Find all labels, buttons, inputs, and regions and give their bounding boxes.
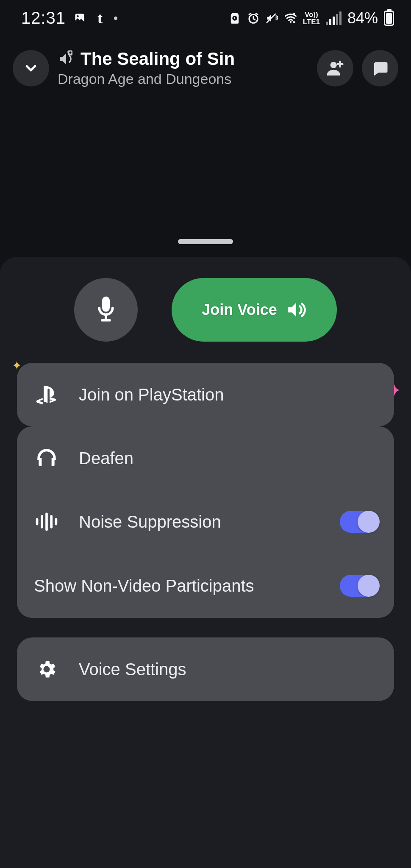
add-user-icon bbox=[325, 58, 345, 78]
mute-mic-button[interactable] bbox=[74, 278, 138, 342]
add-user-button[interactable] bbox=[317, 50, 353, 86]
voice-settings-label: Voice Settings bbox=[79, 660, 377, 679]
microphone-icon bbox=[94, 295, 117, 325]
show-non-video-toggle[interactable] bbox=[340, 575, 377, 597]
playstation-icon bbox=[34, 382, 59, 407]
svg-point-4 bbox=[289, 21, 292, 23]
join-voice-button[interactable]: Join Voice bbox=[172, 278, 337, 342]
chat-button[interactable] bbox=[362, 50, 398, 86]
noise-suppression-toggle[interactable] bbox=[340, 511, 377, 533]
lte-label: LTE1 bbox=[303, 18, 320, 25]
noise-suppression-row[interactable]: Noise Suppression bbox=[17, 490, 394, 554]
image-notification-icon bbox=[73, 12, 86, 25]
status-bar: 12:31 t Vo)) LTE1 84% bbox=[0, 0, 411, 32]
join-row: Join Voice bbox=[17, 278, 394, 342]
tumblr-icon: t bbox=[94, 12, 106, 25]
join-playstation-label: Join on PlayStation bbox=[79, 385, 377, 404]
alarm-icon bbox=[247, 12, 260, 25]
battery-percentage: 84% bbox=[347, 9, 378, 27]
refresh-icon bbox=[228, 12, 241, 25]
wifi-icon bbox=[284, 12, 297, 25]
chevron-down-icon bbox=[22, 60, 39, 77]
sheet-drag-handle[interactable] bbox=[178, 239, 233, 244]
battery-icon bbox=[384, 11, 394, 26]
deafen-label: Deafen bbox=[79, 449, 377, 468]
status-left: 12:31 t bbox=[21, 8, 117, 28]
svg-rect-8 bbox=[102, 297, 110, 312]
header-titles: The Sealing of Sin Dragon Age and Dungeo… bbox=[58, 49, 308, 87]
svg-rect-6 bbox=[69, 52, 72, 54]
status-right: Vo)) LTE1 84% bbox=[228, 9, 394, 27]
show-non-video-label: Show Non-Video Participants bbox=[34, 576, 320, 595]
channel-header: The Sealing of Sin Dragon Age and Dungeo… bbox=[0, 32, 411, 92]
svg-point-1 bbox=[77, 15, 79, 17]
signal-icon bbox=[326, 11, 342, 25]
voice-settings-card[interactable]: Voice Settings bbox=[17, 637, 394, 701]
collapse-button[interactable] bbox=[13, 50, 49, 86]
audio-options-card: Deafen Noise Suppression Show Non-Video … bbox=[17, 426, 394, 618]
show-non-video-row[interactable]: Show Non-Video Participants bbox=[17, 554, 394, 618]
gear-icon bbox=[34, 657, 59, 682]
join-voice-label: Join Voice bbox=[202, 301, 277, 319]
headphones-icon bbox=[34, 445, 59, 471]
speaker-icon bbox=[286, 299, 307, 320]
sheet-handle-area bbox=[0, 92, 411, 257]
channel-title: The Sealing of Sin bbox=[81, 49, 235, 69]
mute-vibrate-icon bbox=[266, 12, 278, 25]
chat-icon bbox=[371, 59, 389, 77]
svg-point-7 bbox=[330, 61, 337, 68]
deafen-row[interactable]: Deafen bbox=[17, 426, 394, 490]
join-playstation-card[interactable]: Join on PlayStation bbox=[17, 363, 394, 426]
voice-options-sheet: Join Voice ✦ ✦ ⁘ Join on PlayStation bbox=[0, 257, 411, 868]
volte-label: Vo)) bbox=[305, 11, 318, 18]
noise-suppression-label: Noise Suppression bbox=[79, 512, 320, 531]
server-subtitle: Dragon Age and Dungeons bbox=[58, 71, 308, 87]
lte-icon: Vo)) LTE1 bbox=[303, 11, 320, 25]
more-notifications-icon bbox=[114, 17, 117, 20]
soundwave-icon bbox=[34, 509, 59, 534]
voice-channel-icon bbox=[58, 50, 75, 67]
clock: 12:31 bbox=[21, 8, 66, 28]
